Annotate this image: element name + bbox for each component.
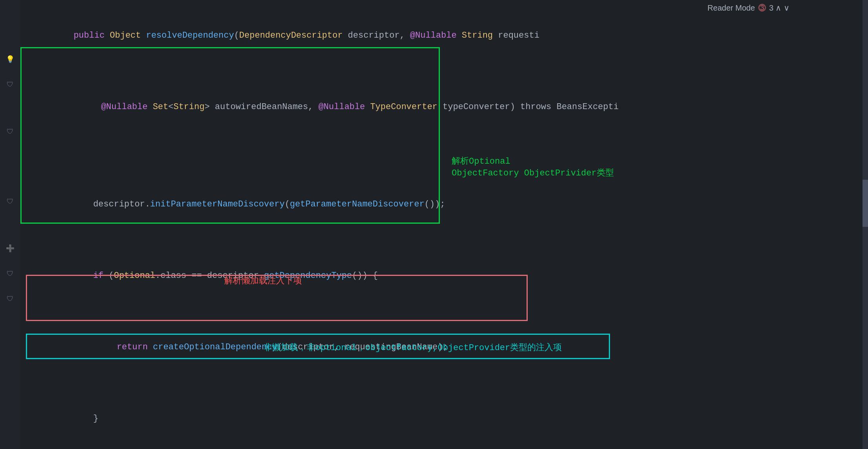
throws-keyword: throws bbox=[520, 102, 551, 112]
fn-createOpt: createOptionalDependency bbox=[153, 342, 277, 352]
kw-return-1: return bbox=[117, 342, 153, 352]
line-3-content: descriptor.initParameterNameDiscovery(ge… bbox=[20, 170, 445, 239]
ann-nullable-3: @Nullable bbox=[318, 102, 365, 112]
paren-close-2: ()); bbox=[425, 199, 445, 209]
dot-class-1: .class == descriptor. bbox=[155, 271, 264, 281]
type-set: Set bbox=[153, 102, 169, 112]
blank bbox=[20, 144, 37, 167]
line-2: @Nullable Set<String> autowiredBeanNames… bbox=[20, 71, 868, 143]
line-blank bbox=[20, 143, 868, 169]
fn-init: initParameterNameDiscovery bbox=[150, 199, 285, 209]
param-descriptor: descriptor, bbox=[343, 31, 410, 40]
keyword-public: public bbox=[74, 31, 110, 40]
type-optional: Optional bbox=[114, 271, 155, 281]
gutter: 💡 🛡 🛡 🛡 ➕ 🛡 🛡 bbox=[0, 0, 20, 449]
paren-4: ()) { bbox=[352, 271, 378, 281]
params-1: (descriptor, requestingBeanName); bbox=[277, 342, 448, 352]
param-autowired: autowiredBeanNames, bbox=[210, 102, 318, 112]
type-object: Object bbox=[110, 31, 146, 40]
generic-close: > bbox=[205, 102, 210, 112]
plus-icon: ➕ bbox=[0, 236, 20, 261]
paren-2: ( bbox=[285, 199, 290, 209]
fn-getDT-1: getDependencyType bbox=[264, 271, 352, 281]
line-6: } bbox=[20, 383, 868, 449]
type-string-1: String bbox=[462, 31, 493, 40]
shield-icon-4: 🛡 bbox=[0, 261, 20, 286]
kw-if-1: if bbox=[93, 271, 109, 281]
ann-nullable-1: @Nullable bbox=[410, 31, 457, 40]
scrollbar-thumb[interactable] bbox=[863, 180, 868, 227]
param-tc: typeConverter) bbox=[438, 102, 520, 112]
line-4-content: if (Optional.class == descriptor.getDepe… bbox=[20, 242, 378, 310]
obj-descriptor: descriptor. bbox=[93, 199, 150, 209]
line-1: public Object resolveDependency(Dependen… bbox=[20, 0, 868, 71]
type-string-2: String bbox=[173, 102, 204, 112]
line-2-content: @Nullable Set<String> autowiredBeanNames… bbox=[20, 73, 619, 141]
line-4: if (Optional.class == descriptor.getDepe… bbox=[20, 240, 868, 312]
line-1-content: public Object resolveDependency(Dependen… bbox=[20, 2, 539, 70]
paren-open: ( bbox=[234, 31, 239, 40]
shield-icon-5: 🛡 bbox=[0, 287, 20, 311]
brace-close-1: } bbox=[93, 414, 98, 423]
bulb-icon: 💡 bbox=[0, 47, 20, 71]
space-3 bbox=[365, 102, 370, 112]
line-6-content: } bbox=[20, 385, 98, 449]
code-area: public Object resolveDependency(Dependen… bbox=[20, 0, 868, 449]
shield-icon-2: 🛡 bbox=[0, 119, 20, 144]
line-3: descriptor.initParameterNameDiscovery(ge… bbox=[20, 169, 868, 240]
shield-icon-3: 🛡 bbox=[0, 189, 20, 214]
exception-name: BeansExcepti bbox=[551, 102, 619, 112]
scrollbar[interactable] bbox=[863, 0, 868, 449]
generic-bracket: < bbox=[168, 102, 173, 112]
ann-nullable-2: @Nullable bbox=[101, 102, 148, 112]
param-requesti: requesti bbox=[493, 31, 539, 40]
paren-3: ( bbox=[109, 271, 114, 281]
type-dd: DependencyDescriptor bbox=[239, 31, 343, 40]
editor-container: 💡 🛡 🛡 🛡 ➕ 🛡 🛡 Reader Mode ⓷ 3 ∧ ∨ public… bbox=[0, 0, 868, 449]
line-5: return createOptionalDependency(descript… bbox=[20, 312, 868, 383]
shield-icon-1: 🛡 bbox=[0, 72, 20, 97]
fn-getParam: getParameterNameDiscoverer bbox=[290, 199, 424, 209]
space-2 bbox=[147, 102, 153, 112]
space-1 bbox=[457, 31, 462, 40]
line-5-content: return createOptionalDependency(descript… bbox=[20, 313, 448, 381]
fn-resolveDependency: resolveDependency bbox=[146, 31, 234, 40]
type-tc: TypeConverter bbox=[370, 102, 438, 112]
